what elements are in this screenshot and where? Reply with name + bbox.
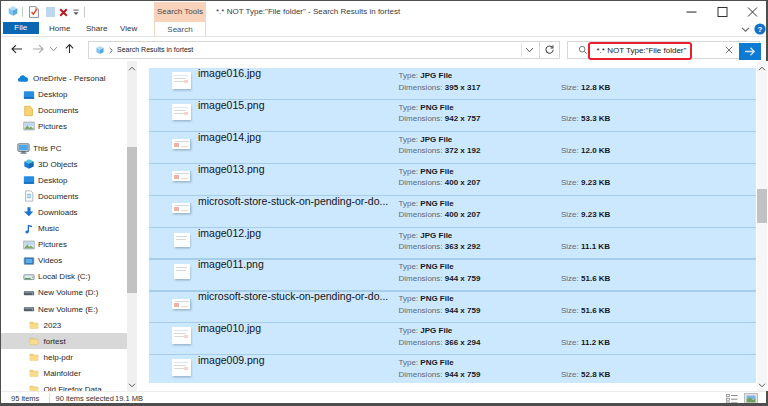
svg-text:?: ?	[758, 25, 763, 34]
